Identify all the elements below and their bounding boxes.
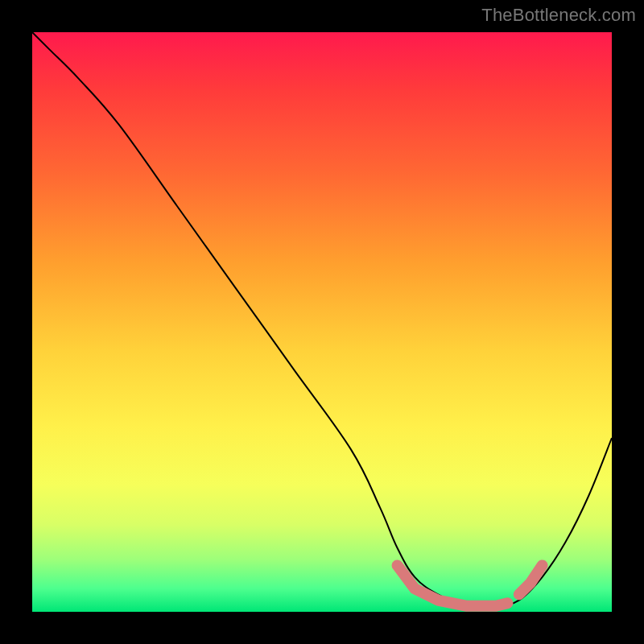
- series-curve: [32, 32, 612, 607]
- plot-area: [32, 32, 612, 612]
- chart-svg: [32, 32, 612, 612]
- chart-frame: TheBottleneck.com: [0, 0, 644, 644]
- watermark-text: TheBottleneck.com: [481, 5, 636, 26]
- series-highlight-rise: [519, 565, 543, 594]
- series-highlight-flat: [398, 565, 508, 605]
